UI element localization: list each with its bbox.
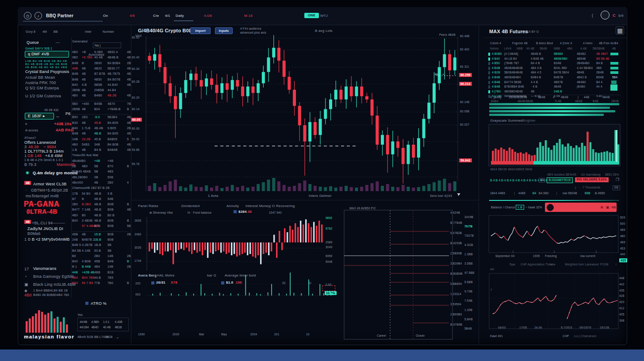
tab--[interactable]: 4 <box>198 204 200 208</box>
column-header[interactable]: B Amro Blvd <box>536 42 553 45</box>
watchlist-row[interactable]: B0454 7 B577B7B0B <box>72 281 130 286</box>
topbar-nav-item[interactable]: 4-D6 <box>204 14 212 18</box>
watchlist-row[interactable]: B4B4B4B50B4.B07B4B <box>72 78 130 83</box>
watchlist-row[interactable]: 2B5B4B29B5B44.B4 <box>72 88 130 93</box>
column-header[interactable]: Cxlvm 4 <box>490 42 501 45</box>
watchlist-row[interactable]: 4Bv0004B2B04 <box>72 181 130 186</box>
watchlist-row[interactable]: 5B0+450B45B4B707B <box>72 102 130 107</box>
topbar-badge[interactable]: ONE <box>304 13 319 18</box>
mini-chip[interactable]: 4B <box>539 178 545 183</box>
gigabyte-chip[interactable]: B.GIGABYTE15 <box>547 177 573 183</box>
watchlist-row[interactable]: 57 4.4B4B0B7BB0B5B <box>72 224 130 229</box>
watchlist-row[interactable]: B003 4B0B4B.BB0BB <box>72 219 130 224</box>
futures-row[interactable]: 4 B4BB4774 5B5B4 4 B4B57B4B4B0B4 4 <box>488 81 621 85</box>
watchlist-row[interactable]: B404.B5B5B44.B404B <box>72 83 130 88</box>
x-axis-label: 2004 <box>250 333 257 336</box>
futures-row[interactable]: 4 [7B04B0BB04B4B4B24B.B· <box>488 90 621 94</box>
footer-link[interactable]: CHF Appreciation Thine <box>521 263 553 266</box>
futures-row[interactable]: 4 B0B0[4 C4B4B]4B4B B5B5B94B4B24B 4B07 <box>488 52 621 57</box>
futures-row[interactable]: 4 B4B4B4B4B4B4B4B4 4 BB04L 5B04.44 5B4B4… <box>488 66 621 71</box>
footer-link[interactable]: Syw <box>510 263 515 266</box>
watchlist-row[interactable]: B304B45.BB4.B054B <box>72 121 130 126</box>
futures-row[interactable]: 4 B2B5B0B4B4B4B4B4 4 5B47B 5B044B4B2B4B <box>488 71 621 75</box>
import-button[interactable]: Import <box>190 27 211 34</box>
topbar-nav-item[interactable]: 4/5 <box>130 14 135 18</box>
grid-layout-icon[interactable]: ▦ <box>616 27 624 35</box>
watchlist-row[interactable]: B4B4BB7.B7B4B.7B754B <box>72 72 130 77</box>
notifications-icon[interactable]: ♪ <box>34 12 42 19</box>
cell: 4B <box>127 83 131 86</box>
topbar-nav-item[interactable]: On <box>103 14 108 18</box>
watchlist-row[interactable]: 4B0B04B.BB0 B <box>72 214 130 219</box>
watchlist-row[interactable]: B4B4B4B.BB4.B054B <box>72 132 130 137</box>
section-grayscale[interactable]: Grayscale Summed <box>490 119 522 123</box>
alert-badge[interactable]: C <box>613 14 616 18</box>
inputs-button[interactable]: Inputs <box>215 27 233 34</box>
gelders-chip[interactable]: PIG GELDERS 5.02% <box>575 177 609 182</box>
watchlist-row[interactable]: 2B5B4BB04+7B4B-BB <box>72 108 130 112</box>
watchlist-row[interactable]: 4B4B04 7B544.B7B5 <box>72 276 130 281</box>
watchlist-row[interactable]: B4B 54.2B7B1B.B5B <box>72 243 130 248</box>
alert-progress-bar[interactable]: a B ▣ 4B <box>545 203 617 212</box>
column-header[interactable]: 4 Hxlrx <box>583 42 593 45</box>
topbar-nav-item[interactable]: Cre <box>153 14 159 18</box>
tab--o[interactable]: | O <box>270 204 275 208</box>
watchlist-row[interactable]: 2B0B.2B34B.BB0BB <box>72 203 130 207</box>
topbar-nav-item[interactable]: 4/1 <box>165 14 170 18</box>
watchlist-row[interactable]: 1.B4BB4 BB4B4B4B <box>72 148 130 153</box>
watchlist-row[interactable]: 0B0+B5.0B54B52.44B <box>72 50 130 55</box>
watchlist-row[interactable]: 4BL2B0B00B50B <box>72 176 130 180</box>
column-header[interactable]: Fxgvnm 4B <box>512 42 528 45</box>
watchlist-row[interactable]: 14B19.2B45.BB4B055 <box>72 138 130 142</box>
tab-annuity[interactable]: Annuity <box>226 204 239 208</box>
watchlist-row[interactable]: B501B3-5.05B3B44B <box>72 115 130 120</box>
watchlist-row[interactable]: B0B45 4B4B5B4B5 <box>72 170 130 175</box>
watchlist-row[interactable]: 44B+42B 4B4BBB1B <box>72 271 130 276</box>
watchlist-row[interactable]: 4BvB4B0+4B+4B <box>72 159 130 164</box>
column-header[interactable]: 4 Zxmr 4 <box>560 42 572 45</box>
watchlist-row[interactable]: B4 5B4 14B50.B5B <box>72 249 130 254</box>
watchlist-row[interactable]: 4B054B334BB4.B0B4B <box>72 143 130 148</box>
footer-link[interactable]: Weighted livin Lanewood <box>565 263 599 266</box>
tab-interest-money[interactable]: Interest Money <box>245 204 270 208</box>
watchlist-row[interactable]: B4777 14B4B.BB0B4B <box>72 208 130 213</box>
watchlist-row[interactable]: B4BB2B90B4.B0B42B <box>72 61 130 66</box>
watchlist-row[interactable]: B 1B 44B4B414B2B <box>72 265 130 270</box>
eb-chip[interactable]: EB <box>613 185 620 190</box>
tab-panel-rates[interactable]: Panel Rates <box>138 204 158 208</box>
tab-dividends[interactable]: Dividends <box>181 204 198 208</box>
watchlist-row[interactable]: 24BB4B7B 21B.BB0B <box>72 238 130 243</box>
watchlist-row[interactable]: 2B4B05BB70B <box>72 165 130 169</box>
watchlist-row[interactable]: 17B54 B04B.B9 B <box>72 192 130 197</box>
watchlist-row[interactable]: 44B4B4B205B30.774B <box>72 67 130 72</box>
column-header[interactable]: 4B Pxm 4x/B4 <box>599 42 618 45</box>
stat-value: | <box>514 192 515 195</box>
clock-icon[interactable]: ◷ <box>24 12 31 19</box>
alert-icon-2[interactable]: ▣ <box>606 206 610 209</box>
tab-recovering[interactable]: Recovering <box>276 204 295 208</box>
watchlist-row[interactable]: B7B4B.B54B <box>72 197 130 202</box>
symbol-select[interactable]: q DMF 4VB <box>25 51 69 58</box>
watchlist-row[interactable]: 0B0+9.7B040.4B4B4B.B4B <box>72 56 130 61</box>
futures-row[interactable]: 4 B50(7B4B 7B7B4 4 BB34B2B4B4B0B4.B <box>488 61 621 66</box>
alert-icon-1[interactable]: B <box>601 206 603 209</box>
footer-link[interactable]: new <box>550 263 556 266</box>
futures-row[interactable]: 4 B4BB7B0BB4 B4B· 4 B4B4B(B4B044 4 <box>488 85 621 89</box>
avatar[interactable] <box>601 11 610 19</box>
footer-link[interactable]: PCKB <box>600 263 609 266</box>
watchlist-row[interactable]: 45B4B15.BB0B2B <box>72 233 130 238</box>
futures-row[interactable]: 4 B4044.LB B44 B4B 4B4B5B/5B04B54BB5 5B.… <box>488 57 621 61</box>
futures-row[interactable]: 4 B4B4B0B4B4B4B4B4 BB4B7B4B42 BB54B5B4 <box>488 76 621 80</box>
topbar-nav-item[interactable]: Daily <box>176 14 184 18</box>
alert-icon-3[interactable]: 4B <box>611 206 616 209</box>
watchlist-row[interactable]: B404 B0B45BB4BB <box>72 260 130 265</box>
sidebar-filter-input[interactable]: Na | <box>93 42 121 48</box>
watchlist-row[interactable]: B401 7LB4B.4B9.B052B <box>72 127 130 131</box>
watchlist-row[interactable]: B02B014B2B <box>72 254 130 259</box>
topbar-nav-item[interactable]: M-16 <box>244 14 253 18</box>
footer-link[interactable]: i <box>616 263 617 266</box>
watchlist-row[interactable]: 4B04BB4B04B.2B4B <box>72 94 130 99</box>
popout-icon[interactable]: ❐ <box>616 178 619 182</box>
price-stepper[interactable]: E 1B3F ▸ <box>25 113 54 119</box>
section-brighter[interactable]: · Brighter <box>520 119 536 123</box>
